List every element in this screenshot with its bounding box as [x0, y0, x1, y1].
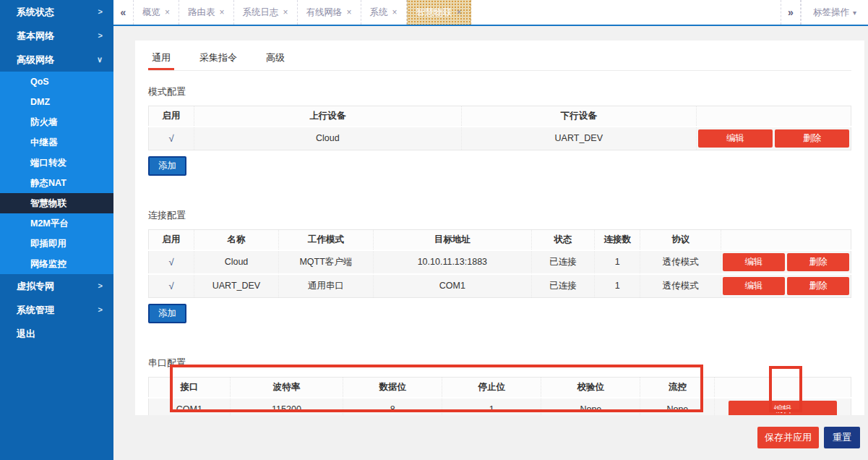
column-header-actions — [715, 378, 851, 398]
sidebar-subitem-m2m-platform[interactable]: M2M平台 — [0, 213, 113, 234]
edit-button[interactable]: 编辑 — [723, 277, 785, 295]
table-header-row: 启用名称工作模式目标地址状态连接数协议 — [149, 230, 851, 250]
table-cell: 已连接 — [531, 250, 594, 274]
content-card: 通用 采集指令 高级 模式配置 启用上行设备下行设备√CloudUART_DEV… — [135, 41, 864, 415]
sidebar-subitem-static-nat[interactable]: 静态NAT — [0, 173, 113, 193]
sidebar-item-basic-network[interactable]: 基本网络 > — [0, 24, 113, 48]
table-cell: COM1 — [374, 274, 532, 298]
column-header: 接口 — [149, 378, 231, 398]
tab-wired-network[interactable]: 有线网络× — [298, 0, 361, 25]
table-cell: 115200 — [230, 398, 343, 416]
add-button[interactable]: 添加 — [148, 156, 186, 176]
row-actions: 编辑删除 — [721, 250, 851, 274]
mode-config-table: 启用上行设备下行设备√CloudUART_DEV编辑删除 — [148, 106, 851, 150]
sidebar-subitem-dmz[interactable]: DMZ — [0, 92, 113, 112]
mode-config-section: 模式配置 启用上行设备下行设备√CloudUART_DEV编辑删除 添加 — [148, 85, 851, 176]
close-tab-icon[interactable]: × — [283, 7, 288, 17]
close-tab-icon[interactable]: × — [392, 7, 398, 17]
sidebar-item-system-status[interactable]: 系统状态 > — [0, 0, 113, 24]
column-header: 启用 — [149, 106, 194, 127]
row-actions: 编辑删除 — [721, 274, 851, 298]
scroll-tabs-left-button[interactable]: « — [113, 0, 134, 25]
delete-button[interactable]: 删除 — [787, 253, 849, 271]
close-tab-icon[interactable]: × — [457, 7, 462, 17]
table-cell: MQTT客户端 — [278, 250, 373, 274]
sidebar-subitem-port-forwarding[interactable]: 端口转发 — [0, 153, 113, 173]
column-header: 名称 — [194, 230, 279, 250]
chevron-down-icon: ∨ — [97, 48, 103, 72]
table-cell: 1 — [442, 398, 541, 416]
column-header: 上行设备 — [194, 106, 461, 127]
sidebar-subitem-network-monitor[interactable]: 网络监控 — [0, 254, 113, 274]
edit-button[interactable]: 编辑 — [698, 129, 773, 148]
connection-config-section: 连接配置 启用名称工作模式目标地址状态连接数协议√CloudMQTT客户端10.… — [148, 209, 851, 323]
sidebar-item-label: 系统管理 — [17, 304, 54, 315]
table-cell: 8 — [343, 398, 442, 416]
tab-strip: 概览×路由表×系统日志×有线网络×系统×智慧物联× — [134, 0, 471, 25]
column-header: 协议 — [640, 230, 721, 250]
table-cell: 1 — [595, 274, 640, 298]
close-tab-icon[interactable]: × — [347, 7, 352, 17]
sidebar-subitem-qos[interactable]: QoS — [0, 72, 113, 92]
tab-smart-iot[interactable]: 智慧物联× — [407, 0, 471, 25]
column-header: 状态 — [531, 230, 594, 250]
tab-overview[interactable]: 概览× — [134, 0, 179, 25]
column-header: 目标地址 — [374, 230, 532, 250]
edit-button[interactable]: 编辑 — [723, 253, 785, 271]
tab-general[interactable]: 通用 — [148, 46, 174, 70]
table-cell: UART_DEV — [194, 274, 279, 298]
sidebar-subitem-smart-iot[interactable]: 智慧物联 — [0, 193, 113, 213]
sidebar-item-label: 虚拟专网 — [17, 281, 54, 291]
delete-button[interactable]: 删除 — [787, 277, 849, 295]
table-row: √UART_DEV通用串口COM1已连接1透传模式编辑删除 — [149, 274, 851, 298]
delete-button[interactable]: 删除 — [775, 129, 849, 148]
table-cell: None — [541, 398, 640, 416]
table-cell: 10.10.11.13:1883 — [374, 250, 532, 274]
close-tab-icon[interactable]: × — [220, 7, 225, 17]
tab-advanced[interactable]: 高级 — [262, 46, 288, 70]
sidebar-subitem-plug-and-play[interactable]: 即插即用 — [0, 234, 113, 254]
table-row: √CloudUART_DEV编辑删除 — [149, 127, 851, 150]
table-cell: 通用串口 — [278, 274, 373, 298]
tag-operations-label: 标签操作 — [813, 7, 849, 19]
tab-label: 有线网络 — [306, 7, 343, 19]
tab-system[interactable]: 系统× — [361, 0, 407, 25]
sidebar-subitem-firewall[interactable]: 防火墙 — [0, 112, 113, 132]
sidebar-subitem-repeater[interactable]: 中继器 — [0, 132, 113, 153]
tab-strip-right-controls: » 标签操作 ▾ — [781, 0, 868, 25]
sidebar-item-label: 退出 — [17, 328, 35, 339]
table-cell: UART_DEV — [461, 127, 697, 150]
column-header: 流控 — [640, 378, 715, 398]
column-header: 连接数 — [595, 230, 640, 250]
chevron-right-icon: > — [98, 0, 103, 24]
tab-system-log[interactable]: 系统日志× — [234, 0, 298, 25]
table-cell: Cloud — [194, 127, 461, 150]
sidebar-item-advanced-network[interactable]: 高级网络 ∨ — [0, 48, 113, 72]
table-cell: √ — [149, 274, 194, 298]
save-and-apply-button[interactable]: 保存并应用 — [757, 427, 819, 448]
serial-config-section: 串口配置 接口波特率数据位停止位校验位流控COM111520081NoneNon… — [148, 357, 851, 415]
column-header: 工作模式 — [278, 230, 373, 250]
sidebar-item-logout[interactable]: 退出 — [0, 322, 113, 346]
column-header: 下行设备 — [461, 106, 697, 127]
column-header: 校验位 — [541, 378, 640, 398]
scroll-tabs-right-button[interactable]: » — [781, 0, 801, 25]
serial-config-table: 接口波特率数据位停止位校验位流控COM111520081NoneNone编辑 — [148, 377, 851, 415]
edit-button[interactable]: 编辑 — [729, 401, 837, 415]
tag-operations-dropdown[interactable]: 标签操作 ▾ — [801, 0, 868, 25]
table-cell: 透传模式 — [640, 250, 721, 274]
sidebar-item-system-management[interactable]: 系统管理 > — [0, 298, 113, 322]
tab-label: 系统 — [370, 7, 388, 19]
table-header-row: 接口波特率数据位停止位校验位流控 — [149, 378, 851, 398]
tab-routing-table[interactable]: 路由表× — [179, 0, 234, 25]
sidebar-submenu: QoSDMZ防火墙中继器端口转发静态NAT智慧物联M2M平台即插即用网络监控 — [0, 72, 113, 274]
table-cell: Cloud — [194, 250, 279, 274]
tab-label: 智慧物联 — [416, 7, 452, 19]
reset-button[interactable]: 重置 — [824, 427, 860, 448]
chevron-right-icon: > — [98, 274, 103, 298]
tab-collect-command[interactable]: 采集指令 — [196, 46, 241, 70]
column-header: 启用 — [149, 230, 194, 250]
add-button[interactable]: 添加 — [148, 304, 186, 323]
sidebar-item-virtual-private-network[interactable]: 虚拟专网 > — [0, 274, 113, 298]
close-tab-icon[interactable]: × — [165, 7, 170, 17]
